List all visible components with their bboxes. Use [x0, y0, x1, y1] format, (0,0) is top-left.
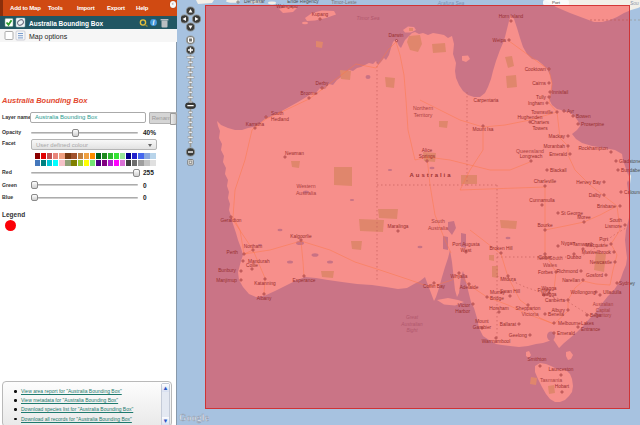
svg-text:Denpasar: Denpasar	[244, 0, 265, 4]
svg-text:Sou: Sou	[630, 0, 639, 6]
svg-text:Ende Regency: Ende Regency	[287, 0, 319, 4]
svg-text:Timor-Leste: Timor-Leste	[331, 0, 357, 5]
svg-text:i: i	[153, 19, 155, 26]
